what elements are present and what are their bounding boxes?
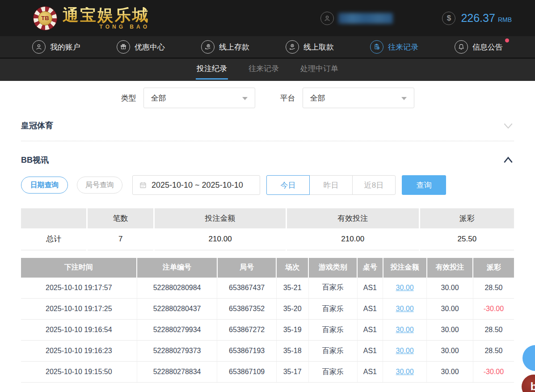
main-nav: 我的账户 优惠中心 线上存款 线上取款 [0, 36, 535, 59]
date-range-input[interactable]: 2025-10-10 ~ 2025-10-10 [132, 175, 260, 195]
header-payout: 派彩 [473, 258, 514, 278]
type-select[interactable]: 全部 [143, 88, 255, 108]
nav-item-announcements[interactable]: 信息公告 [455, 40, 503, 54]
poker-chip-icon: TB [33, 6, 57, 30]
tab-transaction-records[interactable]: 往来记录 [248, 59, 280, 80]
bet-records-table: 下注时间 注单编号 局号 场次 游戏类别 桌号 投注金额 有效投注 派彩 202… [21, 258, 514, 383]
tab-pending-orders[interactable]: 处理中订单 [299, 59, 339, 80]
table-row: 2025-10-10 19:17:57 522880280984 6538674… [21, 278, 514, 299]
top-header: TB 通宝娱乐城 TONG BAO $ 226.37RMB [0, 0, 535, 36]
cell-bet-time: 2025-10-10 19:15:50 [21, 362, 137, 383]
cell-game-type: 百家乐 [308, 278, 357, 299]
table-row: 2025-10-10 19:15:50 522880278834 6538671… [21, 362, 514, 383]
summary-header-count: 笔数 [87, 208, 154, 228]
round-query-button[interactable]: 局号查询 [77, 177, 122, 194]
table-row: 2025-10-10 19:17:25 522880280437 6538673… [21, 299, 514, 320]
brand-name-en: TONG BAO [100, 24, 150, 30]
cell-session: 35-17 [276, 362, 308, 383]
user-info[interactable] [320, 12, 393, 25]
caret-down-icon [401, 97, 407, 100]
chevron-up-icon[interactable] [502, 155, 514, 165]
header-bet-amount: 投注金额 [383, 258, 427, 278]
cell-payout: -30.00 [473, 299, 514, 320]
nav-item-deposit[interactable]: 线上存款 [201, 40, 249, 54]
section-title: BB视讯 [21, 155, 49, 165]
cell-bet-id: 522880279373 [137, 341, 217, 362]
summary-valid-bet: 210.00 [286, 228, 419, 250]
cell-bet-amount: 30.00 [383, 278, 427, 299]
date-query-button[interactable]: 日期查询 [21, 177, 68, 194]
bet-amount-link[interactable]: 30.00 [396, 284, 414, 291]
header-game-type: 游戏类别 [308, 258, 357, 278]
nav-label: 线上取款 [303, 42, 334, 52]
sub-tab-bar: 投注纪录 往来记录 处理中订单 [0, 59, 535, 81]
bc-widget-letter: b [531, 380, 535, 392]
cell-payout: 28.50 [473, 320, 514, 341]
table-row: 2025-10-10 19:16:23 522880279373 6538671… [21, 341, 514, 362]
section-crown-sports[interactable]: 皇冠体育 [21, 120, 514, 131]
summary-total-label: 总计 [21, 228, 87, 250]
range-button-group: 今日 昨日 近8日 [266, 175, 396, 195]
wallet[interactable]: $ 226.37RMB [442, 12, 512, 25]
type-select-value: 全部 [151, 93, 166, 103]
divider [21, 141, 514, 141]
notification-dot [505, 38, 509, 42]
cell-table-no: AS1 [357, 362, 383, 383]
bell-icon [455, 40, 468, 54]
last-8-days-button[interactable]: 近8日 [352, 175, 396, 195]
platform-filter-label: 平台 [280, 93, 295, 103]
summary-header-row: 笔数 投注金额 有效投注 派彩 [21, 208, 514, 228]
summary-header-payout: 派彩 [419, 208, 514, 228]
cell-bet-id: 522880278834 [137, 362, 217, 383]
caret-down-icon [242, 97, 248, 100]
summary-table: 笔数 投注金额 有效投注 派彩 总计 7 210.00 210.00 25.50 [21, 208, 514, 250]
cell-bet-time: 2025-10-10 19:16:23 [21, 341, 137, 362]
search-button[interactable]: 查询 [402, 175, 446, 195]
brand-name-cn: 通宝娱乐城 [63, 7, 150, 23]
bet-amount-link[interactable]: 30.00 [396, 305, 414, 312]
cell-game-type: 百家乐 [308, 362, 357, 383]
header-session: 场次 [276, 258, 308, 278]
cell-session: 35-20 [276, 299, 308, 320]
yesterday-button[interactable]: 昨日 [309, 175, 353, 195]
section-bb-video[interactable]: BB视讯 [21, 155, 514, 165]
nav-item-my-account[interactable]: 我的账户 [32, 40, 80, 54]
cell-bet-amount: 30.00 [383, 341, 427, 362]
cell-valid-bet: 30.00 [427, 320, 473, 341]
nav-label: 我的账户 [50, 42, 80, 52]
header-right: $ 226.37RMB [320, 0, 512, 36]
section-title: 皇冠体育 [21, 120, 53, 131]
cell-bet-time: 2025-10-10 19:17:25 [21, 299, 137, 320]
brand-logo[interactable]: TB 通宝娱乐城 TONG BAO [33, 6, 150, 30]
tab-bet-records[interactable]: 投注纪录 [196, 59, 228, 80]
cell-session: 35-18 [276, 341, 308, 362]
brand-text: 通宝娱乐城 TONG BAO [63, 7, 150, 30]
cell-table-no: AS1 [357, 320, 383, 341]
nav-item-withdraw[interactable]: 线上取款 [286, 40, 334, 54]
today-button[interactable]: 今日 [266, 175, 310, 195]
bet-amount-link[interactable]: 30.00 [396, 347, 414, 354]
records-icon [370, 40, 383, 54]
cell-payout: 28.50 [473, 278, 514, 299]
platform-filter-group: 平台 全部 [280, 88, 414, 108]
nav-item-promotions[interactable]: 优惠中心 [117, 40, 165, 54]
cell-bet-id: 522880280984 [137, 278, 217, 299]
cell-payout: -30.00 [473, 362, 514, 383]
bet-amount-link[interactable]: 30.00 [396, 326, 414, 333]
cell-bet-id: 522880280437 [137, 299, 217, 320]
platform-select[interactable]: 全部 [303, 88, 414, 108]
bet-amount-link[interactable]: 30.00 [396, 368, 414, 375]
cell-table-no: AS1 [357, 341, 383, 362]
summary-header-valid-bet: 有效投注 [286, 208, 419, 228]
nav-item-transaction-records[interactable]: 往来记录 [370, 40, 418, 54]
bet-table-header-row: 下注时间 注单编号 局号 场次 游戏类别 桌号 投注金额 有效投注 派彩 [21, 258, 514, 278]
cell-table-no: AS1 [357, 278, 383, 299]
summary-header-bet-amount: 投注金额 [154, 208, 286, 228]
platform-select-value: 全部 [310, 93, 325, 103]
cell-game-type: 百家乐 [308, 299, 357, 320]
cell-payout: 28.50 [473, 341, 514, 362]
filter-row: 类型 全部 平台 全部 [21, 88, 514, 108]
date-range-value: 2025-10-10 ~ 2025-10-10 [152, 181, 243, 190]
chip-label: TB [38, 11, 52, 25]
chevron-down-icon[interactable] [502, 121, 514, 131]
